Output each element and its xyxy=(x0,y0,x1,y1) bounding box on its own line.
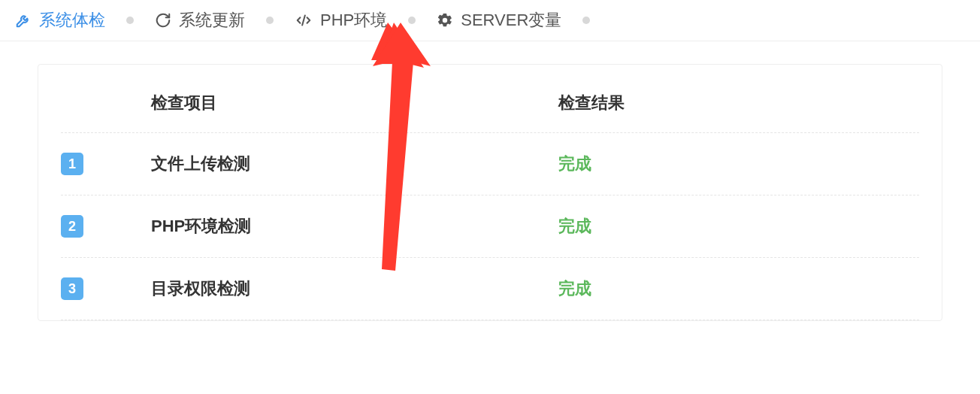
refresh-icon xyxy=(155,12,171,29)
row-index-badge: 2 xyxy=(61,215,83,238)
table-row: 2 PHP环境检测 完成 xyxy=(61,195,919,258)
check-results-card: 检查项目 检查结果 1 文件上传检测 完成 2 PHP环境检测 完成 3 目录权… xyxy=(38,64,942,321)
check-result: 完成 xyxy=(558,153,919,175)
check-name: PHP环境检测 xyxy=(151,215,558,238)
tab-separator-dot xyxy=(126,17,134,24)
gear-icon xyxy=(437,12,453,29)
tab-separator-dot xyxy=(266,17,274,24)
tab-system-update[interactable]: 系统更新 xyxy=(155,6,245,35)
code-icon xyxy=(295,12,313,29)
tab-label: 系统体检 xyxy=(39,9,105,32)
check-name: 目录权限检测 xyxy=(151,277,558,300)
check-result: 完成 xyxy=(558,277,919,300)
check-result: 完成 xyxy=(558,215,919,238)
tab-label: SERVER变量 xyxy=(461,9,561,32)
svg-line-0 xyxy=(302,16,305,26)
tab-label: PHP环境 xyxy=(320,9,387,32)
tab-separator-dot xyxy=(408,17,416,24)
tab-bar: 系统体检 系统更新 PHP环境 xyxy=(0,0,980,41)
table-row: 1 文件上传检测 完成 xyxy=(61,133,919,195)
tab-separator-dot xyxy=(582,17,590,24)
header-check-name: 检查项目 xyxy=(151,92,558,114)
table-header: 检查项目 检查结果 xyxy=(61,87,919,133)
tab-server-vars[interactable]: SERVER变量 xyxy=(437,6,561,35)
tab-system-check[interactable]: 系统体检 xyxy=(15,6,105,35)
check-name: 文件上传检测 xyxy=(151,153,558,175)
tab-label: 系统更新 xyxy=(179,9,245,32)
row-index-badge: 3 xyxy=(61,277,83,300)
row-index-badge: 1 xyxy=(61,153,83,175)
wrench-icon xyxy=(15,12,32,29)
header-check-result: 检查结果 xyxy=(558,92,919,114)
table-row: 3 目录权限检测 完成 xyxy=(61,258,919,320)
tab-php-env[interactable]: PHP环境 xyxy=(295,6,387,35)
